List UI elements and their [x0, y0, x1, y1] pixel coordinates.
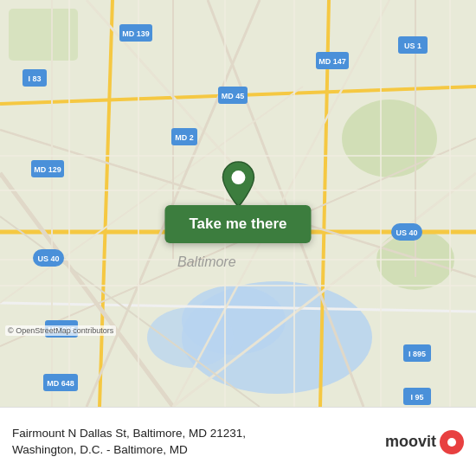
svg-text:US 40: US 40 [37, 254, 59, 263]
osm-credit: © OpenStreetMap contributors [5, 325, 116, 336]
svg-point-4 [342, 100, 437, 177]
svg-text:MD 139: MD 139 [122, 29, 150, 38]
svg-text:US 1: US 1 [404, 42, 421, 50]
svg-text:US 40: US 40 [396, 228, 417, 237]
svg-text:MD 648: MD 648 [47, 379, 74, 388]
svg-text:MD 45: MD 45 [222, 92, 245, 100]
svg-text:MD 147: MD 147 [318, 57, 346, 66]
svg-text:MD 129: MD 129 [34, 165, 61, 174]
svg-text:I 895: I 895 [408, 350, 426, 358]
moovit-text: moovit [385, 433, 436, 451]
take-me-there-button[interactable]: Take me there [164, 205, 311, 243]
city-line: Washington, D.C. - Baltimore, MD [12, 442, 385, 459]
moovit-dot [440, 430, 464, 454]
moovit-logo: moovit [385, 430, 464, 454]
bottom-bar: Fairmount N Dallas St, Baltimore, MD 212… [0, 407, 476, 476]
svg-text:I 95: I 95 [410, 393, 423, 402]
map-overlay: Take me there [164, 160, 311, 243]
svg-point-62 [231, 170, 245, 184]
address-line: Fairmount N Dallas St, Baltimore, MD 212… [12, 426, 385, 442]
address-info: Fairmount N Dallas St, Baltimore, MD 212… [12, 426, 385, 459]
moovit-dot-inner [447, 438, 456, 447]
location-pin [219, 160, 257, 209]
svg-rect-6 [9, 9, 78, 61]
svg-text:I 83: I 83 [28, 74, 41, 83]
svg-text:MD 2: MD 2 [175, 133, 194, 142]
map-container: MD 139 US 1 I 83 MD 147 MD 45 MD 2 MD 12… [0, 0, 476, 407]
svg-text:Baltimore: Baltimore [177, 254, 236, 269]
